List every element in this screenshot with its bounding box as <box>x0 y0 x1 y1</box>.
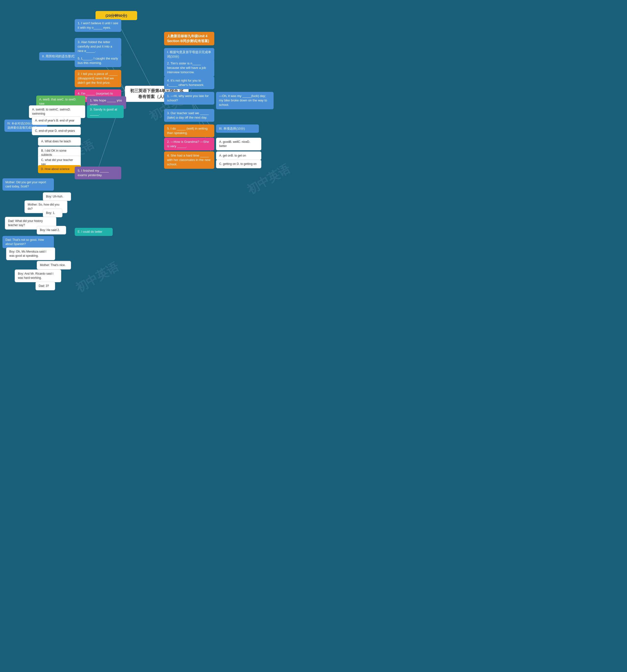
dialog-mother3-text: Mother: That's nice. <box>40 263 66 267</box>
right-q2-text: 2. Tim's sister is n_____ because she wi… <box>167 62 206 74</box>
q1-5-node: 5. L_____, I caught the early bus this m… <box>75 54 121 67</box>
opt-b-ok-text: B. I did OK in some subjects <box>41 149 66 157</box>
right-part1-text: I. 根据句意及首字母提示完成单词(10分) <box>167 50 211 58</box>
opt-end-year-node: A. end of year's B. end of year <box>32 116 81 125</box>
right-q3-node: 3. Our teacher said we _____ (take) a da… <box>164 109 214 122</box>
dialog-boy5-text: Boy: And Mr. Ricardo said I was hard-wor… <box>18 272 53 280</box>
right-title-node: 人教新目标标九年级Unit 4 Section B同步测试(有答案) <box>164 32 214 45</box>
dialog-boy2-node: Boy: 1. <box>43 209 63 217</box>
right-q2b-text: 2. —How is Grandma? —She is very _____. <box>167 140 209 148</box>
dialog-dad3-text: Dad: 3? <box>39 284 49 288</box>
right-q2b-node: 2. —How is Grandma? —She is very _____. <box>164 138 214 150</box>
q2-opt-text: A. seeB. that seeC. to seeD. saw <box>39 98 76 105</box>
right-q1-node: 1. —Hi, why were you late for school? <box>164 92 214 104</box>
opt-a-teach-text: A. What does he teach <box>41 140 71 143</box>
opt-end-years-node: C. end-of-year D. end-of-years <box>32 127 81 135</box>
right-q1-text: 1. —Hi, why were you late for school? <box>167 94 209 102</box>
dialog-mother3-node: Mother: That's nice. <box>37 261 71 269</box>
right-ans2b-node: A. goodB. wellC. niceD. better <box>216 138 261 150</box>
dialog-mother1-text: Mother: Did you get your report card tod… <box>5 181 46 188</box>
right-ans4b-bot-text: C. getting on D. to getting on <box>219 162 257 166</box>
opt-a-teach-node: A. What does he teach <box>38 137 81 146</box>
opt-end-year-text: A. end of year's B. end of year <box>35 119 74 122</box>
right-q5-node: 5. I do _____ (well) in writing than spe… <box>164 124 214 137</box>
opt-d-science-node: D. How about science <box>38 165 81 173</box>
dialog-e-text: E. I could do better <box>78 230 102 234</box>
right-q5-text: 5. I do _____ (well) in writing than spe… <box>167 127 208 135</box>
dialog-dad2-node: Dad: That's not so good. How about Spani… <box>2 236 54 248</box>
q1-2-text: 2. I tell you a piece of _____ (disappoi… <box>78 72 118 85</box>
right-ans4b-bot-node: C. getting on D. to getting on <box>216 160 261 168</box>
right-q4b-text: 4. She had a hard time _____ with her cl… <box>167 153 210 166</box>
right-q3-text: 3. Our teacher said we _____ (take) a da… <box>167 111 209 119</box>
q3-opt-text: A. swimB. to swimC. swimsD. swimming <box>32 108 71 115</box>
right-part3-node: III. 单项选择(10分) <box>216 124 259 133</box>
q1-2-node: 2. I tell you a piece of _____ (disappoi… <box>75 70 121 87</box>
dialog-dad1-text: Dad: What did your history teacher say? <box>8 219 43 227</box>
dialog-mother1-node: Mother: Did you get your report card tod… <box>2 178 54 191</box>
q3-1-node: 3. Sandy is good at _____. <box>87 105 124 118</box>
dialog-boy2-text: Boy: 1. <box>46 211 55 215</box>
q5-1-text: 5. I finished my _____ exams yesterday. <box>78 169 109 177</box>
q1-3-node: 3. Alan folded the letter carefully and … <box>75 38 121 55</box>
right-q2-node: 2. Tim's sister is n_____ because she wi… <box>164 59 214 77</box>
q5-1-node: 5. I finished my _____ exams yesterday. <box>75 167 121 179</box>
dialog-boy3-text: Boy: He said 2. <box>40 228 60 232</box>
q1-5-text: 5. L_____, I caught the early bus this m… <box>78 56 118 65</box>
right-title-text: 人教新目标标九年级Unit 4 Section B同步测试(有答案) <box>167 34 209 43</box>
opt-c-teacher-text: C. what did your teacher say <box>41 158 73 166</box>
q1-3-text: 3. Alan folded the letter carefully and … <box>78 40 112 53</box>
dialog-boy3-node: Boy: He said 2. <box>37 226 66 235</box>
right-q4b-node: 4. She had a hard time _____ with her cl… <box>164 151 214 169</box>
dialog-boy4-node: Boy: Oh, Ms Mendoza said I was good at s… <box>6 247 55 260</box>
q1-1-node: 1. I won't believe it until I see it wit… <box>75 19 121 32</box>
dialog-dad2-text: Dad: That's not so good. How about Spani… <box>5 238 44 246</box>
opt-end-years-text: C. end-of-year D. end-of-years <box>35 129 75 133</box>
right-q4-text: 4. It's not right for you to c_____ othe… <box>167 79 204 87</box>
right-ans4b-top-node: A. get onB. to get on <box>216 151 261 160</box>
right-part1-node: I. 根据句意及首字母提示完成单词(10分) <box>164 48 214 61</box>
timer-text: (20分钟50分) <box>105 14 127 18</box>
q3-1-text: 3. Sandy is good at _____. <box>90 107 117 116</box>
timer-node: (20分钟50分) <box>96 11 137 20</box>
dialog-boy1-node: Boy: Uh-huh. <box>43 192 71 201</box>
right-q4-node: 4. It's not right for you to c_____ othe… <box>164 76 214 89</box>
opt-d-science-text: D. How about science <box>41 167 70 171</box>
right-ans4b-top-text: A. get onB. to get on <box>219 154 246 157</box>
dialog-dad3-node: Dad: 3? <box>35 282 55 290</box>
q1-1-text: 1. I won't believe it until I see it wit… <box>78 21 118 29</box>
dialog-boy1-text: Boy: Uh-huh. <box>46 195 63 198</box>
q3-opt-node: A. swimB. to swimC. swimsD. swimming <box>29 105 85 118</box>
right-ans1-text: —Oh, it was my _____(luck) day; my bike … <box>219 94 267 106</box>
right-ans1-node: —Oh, it was my _____(luck) day; my bike … <box>216 92 273 109</box>
right-ans2b-text: A. goodB. wellC. niceD. better <box>219 140 250 148</box>
right-part3-text: III. 单项选择(10分) <box>219 127 245 130</box>
dialog-boy5-node: Boy: And Mr. Ricardo said I was hard-wor… <box>15 269 61 282</box>
dialog-e-node: E. I could do better <box>75 228 113 236</box>
dialog-boy4-text: Boy: Oh, Ms Mendoza said I was good at s… <box>9 250 46 258</box>
